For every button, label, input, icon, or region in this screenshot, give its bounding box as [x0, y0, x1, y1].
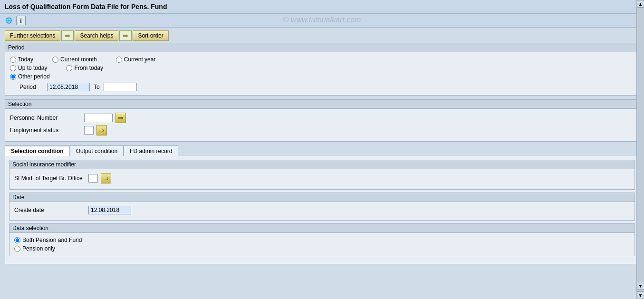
radio-current-year[interactable]: Current year — [116, 56, 156, 63]
period-to-input[interactable] — [104, 83, 137, 91]
period-radio-row-1: Today Current month Current year — [10, 56, 634, 63]
period-radio-group: Today Current month Current year Up to t… — [10, 56, 634, 80]
scroll-down-arrow-2[interactable]: ▼ — [637, 291, 644, 299]
data-selection-radio-group: Both Pension and Fund Pension only — [14, 237, 630, 252]
tab-output-condition[interactable]: Output condition — [70, 145, 124, 156]
social-insurance-content: SI Mod. of Target Br. Office ⇒ — [10, 169, 634, 189]
top-tab-bar: Further selections ⇒ Search helps ⇒ Sort… — [0, 28, 644, 41]
radio-current-month-label: Current month — [60, 56, 97, 63]
toolbar: 🌐 i © www.tutorialkart.com — [0, 14, 644, 28]
further-selections-button[interactable]: Further selections — [5, 30, 60, 41]
create-date-input[interactable]: 12.08.2018 — [88, 206, 131, 214]
period-section: Period Today Current month Current year — [5, 43, 639, 96]
info-icon[interactable]: i — [16, 16, 26, 25]
search-helps-button[interactable]: Search helps — [75, 30, 118, 41]
scroll-up-arrow[interactable]: ▲ — [637, 0, 644, 8]
scroll-down-arrow[interactable]: ▼ — [637, 282, 644, 289]
further-selections-arrow[interactable]: ⇒ — [61, 30, 74, 41]
period-date-row: Period 12.08.2018 To — [19, 83, 634, 91]
bottom-tabs-section: Selection condition Output condition FD … — [5, 145, 639, 264]
date-section: Date Create date 12.08.2018 — [9, 193, 635, 221]
to-label: To — [94, 84, 100, 90]
radio-other-period-input[interactable] — [10, 74, 16, 80]
radio-up-to-today-input[interactable] — [10, 65, 16, 71]
period-section-title: Period — [5, 43, 639, 52]
period-section-content: Today Current month Current year Up to t… — [5, 52, 639, 95]
personnel-number-input[interactable] — [84, 114, 113, 122]
date-section-content: Create date 12.08.2018 — [10, 202, 634, 220]
radio-other-period[interactable]: Other period — [10, 73, 50, 80]
employment-status-label: Employment status — [10, 127, 81, 134]
personnel-number-row: Personnel Number ⇒ — [10, 113, 634, 123]
radio-pension-only[interactable]: Pension only — [14, 245, 630, 252]
si-mod-arrow-btn[interactable]: ⇒ — [101, 173, 111, 183]
page-title: Loss of Qualification Form Data File for… — [5, 3, 167, 10]
period-radio-row-3: Other period — [10, 73, 634, 80]
radio-both-pension-fund[interactable]: Both Pension and Fund — [14, 237, 630, 243]
radio-today[interactable]: Today — [10, 56, 33, 63]
radio-current-month[interactable]: Current month — [52, 56, 97, 63]
period-field-label: Period — [19, 84, 43, 90]
radio-both-label: Both Pension and Fund — [22, 237, 82, 243]
watermark: © www.tutorialkart.com — [283, 16, 361, 24]
radio-current-month-input[interactable] — [52, 57, 58, 63]
data-selection-title: Data selection — [10, 224, 634, 233]
si-mod-input[interactable] — [88, 174, 98, 183]
social-insurance-title: Social insurance modifier — [10, 160, 634, 169]
radio-current-year-label: Current year — [124, 56, 156, 63]
personnel-number-label: Personnel Number — [10, 115, 81, 121]
create-date-row: Create date 12.08.2018 — [14, 206, 630, 214]
selection-section-content: Personnel Number ⇒ Employment status ⇒ — [5, 109, 639, 141]
si-mod-row: SI Mod. of Target Br. Office ⇒ — [14, 173, 630, 183]
radio-current-year-input[interactable] — [116, 57, 122, 63]
date-section-title: Date — [10, 193, 634, 202]
radio-from-today-label: From today — [74, 65, 103, 71]
sort-order-button[interactable]: Sort order — [133, 30, 168, 41]
radio-pension-input[interactable] — [14, 246, 20, 252]
employment-status-row: Employment status ⇒ — [10, 125, 634, 135]
social-insurance-section: Social insurance modifier SI Mod. of Tar… — [9, 160, 635, 190]
radio-both-input[interactable] — [14, 237, 20, 243]
scrollbar[interactable]: ▲ ▼ ▼ — [636, 0, 644, 299]
tab-selection-condition[interactable]: Selection condition — [5, 145, 70, 156]
main-content: Period Today Current month Current year — [0, 41, 644, 266]
employment-status-arrow-btn[interactable]: ⇒ — [96, 125, 107, 135]
selection-section: Selection Personnel Number ⇒ Employment … — [5, 99, 639, 142]
personnel-number-arrow-btn[interactable]: ⇒ — [115, 113, 126, 123]
period-from-input[interactable]: 12.08.2018 — [47, 83, 90, 91]
radio-today-input[interactable] — [10, 57, 16, 63]
radio-from-today[interactable]: From today — [66, 65, 103, 71]
tab-content-selection-condition: Social insurance modifier SI Mod. of Tar… — [5, 156, 639, 264]
radio-from-today-input[interactable] — [66, 65, 72, 71]
search-helps-arrow[interactable]: ⇒ — [119, 30, 132, 41]
tab-fd-admin-record[interactable]: FD admin record — [124, 145, 178, 156]
radio-up-to-today[interactable]: Up to today — [10, 65, 47, 71]
employment-status-input[interactable] — [84, 126, 94, 135]
title-bar: Loss of Qualification Form Data File for… — [0, 0, 644, 14]
data-selection-content: Both Pension and Fund Pension only — [10, 233, 634, 256]
create-date-label: Create date — [14, 207, 86, 213]
period-radio-row-2: Up to today From today — [10, 65, 634, 71]
selection-section-title: Selection — [5, 100, 639, 109]
bottom-tab-bar: Selection condition Output condition FD … — [5, 145, 639, 156]
globe-icon[interactable]: 🌐 — [4, 16, 13, 25]
radio-other-period-label: Other period — [18, 73, 50, 80]
radio-today-label: Today — [18, 56, 33, 63]
si-mod-label: SI Mod. of Target Br. Office — [14, 175, 86, 182]
radio-pension-label: Pension only — [22, 245, 55, 252]
radio-up-to-today-label: Up to today — [18, 65, 47, 71]
data-selection-section: Data selection Both Pension and Fund Pen… — [9, 223, 635, 256]
